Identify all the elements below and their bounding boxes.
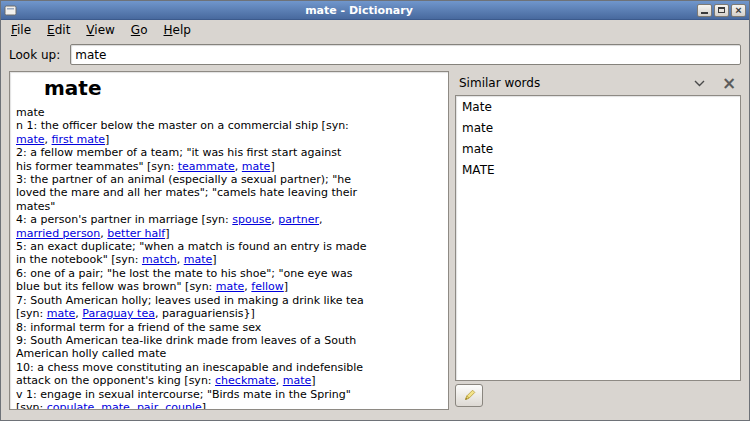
definition-line: blue but its fellow was brown" [syn: mat… [16, 280, 442, 293]
definition-panel[interactable]: mate maten 1: the officer below the mast… [9, 71, 449, 410]
lookup-row: Look up: [1, 41, 749, 69]
definition-link[interactable]: checkmate [215, 374, 276, 387]
definition-line: 6: one of a pair; "he lost the mate to h… [16, 267, 442, 280]
definition-link[interactable]: mate [16, 133, 45, 146]
definition-line: mates" [16, 200, 442, 213]
sidebar-close-icon[interactable]: × [719, 74, 739, 92]
main-content: mate maten 1: the officer below the mast… [1, 69, 749, 420]
definition-line: his former teammates" [syn: teammate, ma… [16, 160, 442, 173]
definition-link[interactable]: match [142, 253, 177, 266]
maximize-icon [718, 7, 725, 13]
similar-words-list: MatematemateMATE [455, 95, 741, 381]
definition-line: v 1: engage in sexual intercourse; "Bird… [16, 388, 442, 401]
definition-link[interactable]: mate [47, 307, 76, 320]
definition-line: 5: an exact duplicate; "when a match is … [16, 240, 442, 253]
definition-link[interactable]: mate [283, 374, 312, 387]
application-icon [4, 4, 17, 17]
definition-line: mate, first mate] [16, 133, 442, 146]
minimize-icon [701, 12, 708, 14]
window-controls: × [697, 4, 746, 17]
chevron-down-icon[interactable] [692, 78, 707, 89]
similar-words-sidebar: Similar words × MatematemateMATE [455, 71, 741, 410]
definition-link[interactable]: copulate [47, 401, 95, 410]
definition-line: [syn: mate, Paraguay tea, paraguariensis… [16, 307, 442, 320]
menu-help[interactable]: Help [155, 21, 198, 40]
lookup-label: Look up: [9, 48, 60, 62]
menubar: FileEditViewGoHelp [1, 20, 749, 41]
dictionary-window: mate - Dictionary × FileEditViewGoHelp L… [0, 0, 750, 421]
definition-line: attack on the opponent's king [syn: chec… [16, 374, 442, 387]
definition-link[interactable]: spouse [232, 213, 271, 226]
menu-file[interactable]: File [3, 21, 39, 40]
lookup-input[interactable] [70, 44, 741, 65]
definition-link[interactable]: better half [107, 227, 165, 240]
definition-link[interactable]: mate [216, 280, 245, 293]
sidebar-footer [455, 381, 741, 410]
close-button[interactable]: × [731, 4, 746, 17]
similar-word-item[interactable]: mate [456, 138, 740, 159]
close-icon: × [735, 5, 741, 15]
definition-link[interactable]: couple [165, 401, 202, 410]
definition-line: in the notebook" [syn: match, mate] [16, 253, 442, 266]
definition-link[interactable]: mate [184, 253, 213, 266]
menu-edit[interactable]: Edit [39, 21, 78, 40]
definition-line: n 1: the officer below the master on a c… [16, 119, 442, 132]
definition-line: 3: the partner of an animal (especially … [16, 173, 442, 186]
definition-line: mate [16, 106, 442, 119]
similar-words-title: Similar words [459, 76, 692, 90]
titlebar[interactable]: mate - Dictionary × [1, 1, 749, 20]
definition-body: maten 1: the officer below the master on… [16, 106, 442, 410]
maximize-button[interactable] [714, 4, 729, 17]
similar-word-item[interactable]: mate [456, 117, 740, 138]
definition-link[interactable]: mate [101, 401, 130, 410]
similar-word-item[interactable]: MATE [456, 159, 740, 180]
definition-link[interactable]: teammate [178, 160, 235, 173]
definition-line: 9: South American tea-like drink made fr… [16, 334, 442, 347]
sidebar-header: Similar words × [455, 71, 741, 95]
definition-line: 4: a person's partner in marriage [syn: … [16, 213, 442, 226]
window-title: mate - Dictionary [21, 4, 697, 17]
pencil-icon [462, 388, 477, 403]
similar-word-item[interactable]: Mate [456, 96, 740, 117]
definition-link[interactable]: first mate [52, 133, 106, 146]
definition-line: 8: informal term for a friend of the sam… [16, 321, 442, 334]
definition-link[interactable]: Paraguay tea [82, 307, 155, 320]
edit-button[interactable] [455, 384, 483, 407]
menu-go[interactable]: Go [123, 21, 156, 40]
definition-line: 7: South American holly; leaves used in … [16, 294, 442, 307]
definition-link[interactable]: pair [137, 401, 158, 410]
definition-line: married person, better half] [16, 227, 442, 240]
headword: mate [44, 76, 442, 100]
definition-line: [syn: copulate, mate, pair, couple] [16, 401, 442, 410]
minimize-button[interactable] [697, 4, 712, 17]
definition-link[interactable]: married person [16, 227, 100, 240]
definition-line: loved the mare and all her mates"; "came… [16, 186, 442, 199]
definition-line: 2: a fellow member of a team; "it was hi… [16, 146, 442, 159]
definition-link[interactable]: mate [242, 160, 271, 173]
definition-link[interactable]: partner [278, 213, 319, 226]
definition-line: American holly called mate [16, 347, 442, 360]
definition-link[interactable]: fellow [251, 280, 283, 293]
definition-line: 10: a chess move constituting an inescap… [16, 361, 442, 374]
menu-view[interactable]: View [78, 21, 122, 40]
